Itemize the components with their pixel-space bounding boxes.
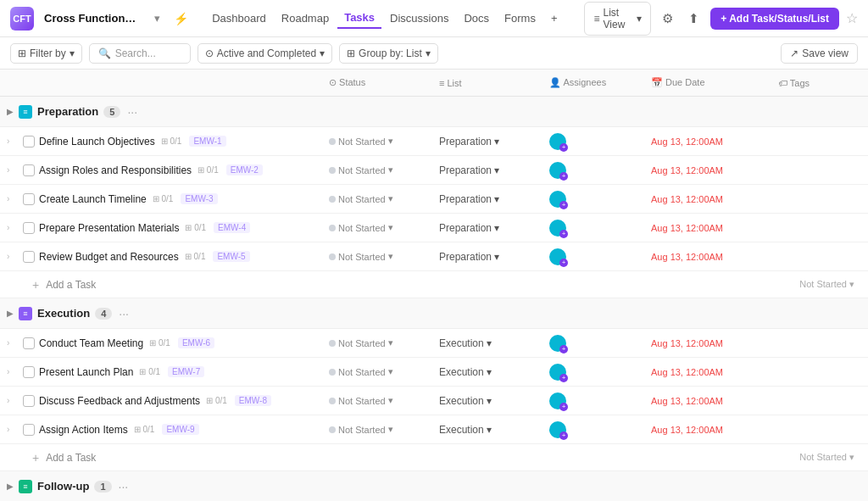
search-box[interactable]: 🔍 Search...	[89, 43, 191, 64]
nav-add-icon[interactable]: +	[544, 8, 565, 28]
filter-button[interactable]: ⊞ Filter by ▾	[10, 43, 82, 64]
task-expand-icon[interactable]: ›	[7, 252, 19, 261]
task-status[interactable]: Not Started ▾	[329, 424, 439, 435]
task-due-date: Aug 13, 12:00AM	[651, 396, 778, 406]
task-expand-icon[interactable]: ›	[7, 194, 19, 203]
task-subtask-count: ⊞ 0/1	[149, 338, 170, 348]
task-row[interactable]: › Conduct Team Meeting ⊞ 0/1 EMW-6 Not S…	[0, 329, 868, 358]
assignee-avatar[interactable]	[549, 421, 566, 438]
save-view-button[interactable]: ↗ Save view	[781, 43, 858, 64]
list-view-icon: ≡	[593, 13, 599, 25]
nav-item-docs[interactable]: Docs	[457, 8, 496, 28]
task-list[interactable]: Preparation ▾	[439, 222, 549, 234]
status-arrow: ▾	[388, 222, 393, 233]
task-row[interactable]: › Prepare Presentation Materials ⊞ 0/1 E…	[0, 214, 868, 242]
task-list[interactable]: Preparation ▾	[439, 136, 549, 148]
task-list[interactable]: Execution ▾	[439, 366, 549, 378]
assignee-avatar[interactable]	[549, 191, 566, 208]
list-view-label: List View	[604, 7, 634, 31]
add-task-button[interactable]: + Add Task/Status/List	[710, 8, 839, 30]
task-status[interactable]: Not Started ▾	[329, 251, 439, 262]
nav-item-dashboard[interactable]: Dashboard	[205, 8, 273, 28]
task-subtask-count: ⊞ 0/1	[153, 194, 174, 203]
assignee-avatar[interactable]	[549, 248, 566, 265]
assignee-avatar[interactable]	[549, 335, 566, 352]
settings-icon[interactable]: ⚙	[658, 7, 677, 31]
nav-item-discussions[interactable]: Discussions	[383, 8, 455, 28]
add-task-status[interactable]: Not Started ▾	[799, 452, 861, 463]
task-assignees	[549, 335, 651, 352]
task-checkbox[interactable]	[23, 424, 35, 436]
group-expand-icon[interactable]: ▶	[7, 309, 14, 318]
add-task-row[interactable]: + Add a Task Not Started ▾	[0, 444, 868, 471]
task-status[interactable]: Not Started ▾	[329, 136, 439, 147]
nav-item-tasks[interactable]: Tasks	[337, 8, 381, 29]
nav-item-roadmap[interactable]: Roadmap	[275, 8, 336, 28]
group-options-icon[interactable]: ···	[127, 105, 137, 119]
task-expand-icon[interactable]: ›	[7, 136, 19, 146]
group-expand-icon[interactable]: ▶	[7, 107, 14, 116]
task-id: EMW-5	[213, 251, 249, 262]
task-expand-icon[interactable]: ›	[7, 338, 19, 348]
title-dropdown-arrow[interactable]: ▾	[154, 12, 160, 25]
task-list[interactable]: Execution ▾	[439, 337, 549, 349]
task-expand-icon[interactable]: ›	[7, 425, 19, 434]
group-icon: ≡	[19, 105, 32, 119]
task-status[interactable]: Not Started ▾	[329, 222, 439, 233]
group-icon: ≡	[19, 480, 32, 493]
group-options-icon[interactable]: ···	[119, 307, 129, 320]
list-arrow: ▾	[494, 136, 499, 148]
task-expand-icon[interactable]: ›	[7, 165, 19, 175]
task-row[interactable]: › Present Launch Plan ⊞ 0/1 EMW-7 Not St…	[0, 358, 868, 387]
task-due-date: Aug 13, 12:00AM	[651, 194, 778, 204]
status-label: Not Started	[338, 136, 386, 147]
task-checkbox[interactable]	[23, 193, 35, 205]
task-expand-icon[interactable]: ›	[7, 367, 19, 376]
task-row[interactable]: › Assign Action Items ⊞ 0/1 EMW-9 Not St…	[0, 415, 868, 444]
task-status[interactable]: Not Started ▾	[329, 164, 439, 175]
save-view-icon: ↗	[790, 47, 798, 59]
add-task-status[interactable]: Not Started ▾	[799, 279, 861, 290]
task-expand-icon[interactable]: ›	[7, 396, 19, 405]
share-icon[interactable]: ⬆	[684, 7, 704, 31]
task-list[interactable]: Preparation ▾	[439, 164, 549, 176]
assignee-avatar[interactable]	[549, 392, 566, 409]
list-view-button[interactable]: ≡ List View ▾	[584, 2, 651, 36]
assignee-avatar[interactable]	[549, 364, 566, 381]
group-options-icon[interactable]: ···	[119, 480, 129, 493]
task-list[interactable]: Execution ▾	[439, 424, 549, 436]
active-completed-button[interactable]: ⊙ Active and Completed ▾	[198, 43, 332, 64]
task-checkbox[interactable]	[23, 136, 35, 148]
task-checkbox[interactable]	[23, 366, 35, 378]
task-list[interactable]: Preparation ▾	[439, 193, 549, 205]
assignee-avatar[interactable]	[549, 220, 566, 237]
task-status[interactable]: Not Started ▾	[329, 366, 439, 377]
task-checkbox[interactable]	[23, 222, 35, 234]
task-list[interactable]: Execution ▾	[439, 395, 549, 407]
status-arrow: ▾	[388, 136, 393, 147]
task-list[interactable]: Preparation ▾	[439, 251, 549, 263]
assignee-avatar[interactable]	[549, 133, 566, 150]
task-checkbox[interactable]	[23, 337, 35, 349]
assignee-avatar[interactable]	[549, 162, 566, 179]
task-status[interactable]: Not Started ▾	[329, 337, 439, 348]
task-expand-icon[interactable]: ›	[7, 223, 19, 232]
status-dot	[329, 369, 336, 376]
task-checkbox[interactable]	[23, 395, 35, 407]
task-checkbox[interactable]	[23, 164, 35, 176]
task-cell: › Conduct Team Meeting ⊞ 0/1 EMW-6	[7, 337, 329, 349]
nav-item-forms[interactable]: Forms	[498, 8, 542, 28]
add-task-row[interactable]: + Add a Task Not Started ▾	[0, 271, 868, 298]
group-by-button[interactable]: ⊞ Group by: List ▾	[339, 43, 438, 64]
task-row[interactable]: › Assign Roles and Responsibilities ⊞ 0/…	[0, 156, 868, 185]
task-row[interactable]: › Review Budget and Resources ⊞ 0/1 EMW-…	[0, 242, 868, 271]
star-icon[interactable]: ☆	[846, 10, 858, 26]
task-checkbox[interactable]	[23, 251, 35, 263]
task-status[interactable]: Not Started ▾	[329, 395, 439, 406]
group-expand-icon[interactable]: ▶	[7, 482, 14, 491]
list-label: Preparation	[439, 164, 492, 176]
task-status[interactable]: Not Started ▾	[329, 193, 439, 204]
task-row[interactable]: › Create Launch Timeline ⊞ 0/1 EMW-3 Not…	[0, 185, 868, 214]
task-row[interactable]: › Discuss Feedback and Adjustments ⊞ 0/1…	[0, 387, 868, 415]
task-row[interactable]: › Define Launch Objectives ⊞ 0/1 EMW-1 N…	[0, 127, 868, 156]
